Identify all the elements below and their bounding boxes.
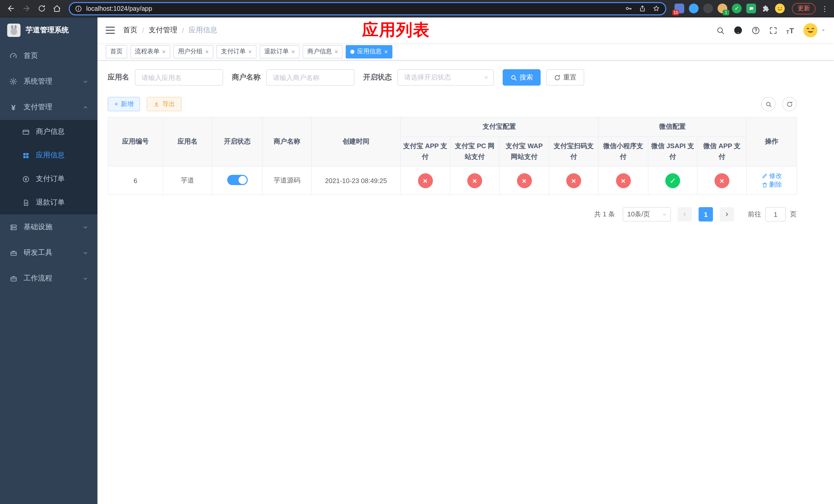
col-status: 开启状态 <box>212 117 262 167</box>
next-page-button[interactable] <box>720 207 734 222</box>
show-search-toggle-button[interactable] <box>761 97 775 111</box>
chevron-down-icon <box>83 250 88 256</box>
extension-check-icon[interactable]: ✓ <box>732 4 742 13</box>
sidebar-subitem-refund-order[interactable]: 退款订单 <box>0 191 97 214</box>
tags-view: 首页 流程表单× 用户分组× 支付订单× 退款订单× 商户信息× 应用信息× <box>97 43 834 61</box>
browser-update-button[interactable]: 更新 <box>792 3 815 14</box>
status-select[interactable]: 请选择开启状态 <box>397 69 494 86</box>
extension-avatar-icon[interactable]: 1 <box>718 4 727 13</box>
close-icon[interactable]: × <box>334 48 338 54</box>
browser-menu-icon[interactable]: ⋮ <box>820 4 830 13</box>
close-icon[interactable]: × <box>384 48 388 54</box>
cell-app-id: 6 <box>108 167 163 195</box>
browser-profile-avatar[interactable] <box>775 4 785 13</box>
group-wechat-config: 微信配置 <box>598 117 747 137</box>
bookmark-star-icon[interactable] <box>653 5 660 12</box>
refund-doc-icon <box>22 199 30 206</box>
user-avatar[interactable] <box>803 23 818 38</box>
breadcrumb: 首页 / 支付管理 / 应用信息 <box>123 26 218 35</box>
help-icon[interactable] <box>751 26 760 35</box>
back-icon[interactable] <box>4 2 18 15</box>
sidebar-subitem-pay-order[interactable]: 支付订单 <box>0 167 97 191</box>
chevron-down-icon <box>662 212 667 217</box>
app-name-input[interactable] <box>135 69 223 86</box>
search-button[interactable]: 搜索 <box>503 69 541 86</box>
active-dot <box>350 49 354 53</box>
cell-create-time: 2021-10-23 08:49:25 <box>312 167 400 195</box>
puzzle-extensions-icon[interactable] <box>761 4 770 13</box>
cell-app-name: 芋道 <box>163 167 212 195</box>
close-icon[interactable]: × <box>162 48 166 54</box>
close-icon[interactable]: × <box>248 48 252 54</box>
search-icon[interactable] <box>716 26 724 35</box>
goto-page-input[interactable] <box>765 207 786 222</box>
tab-user-group[interactable]: 用户分组× <box>173 45 213 58</box>
payment-submenu: 商户信息 应用信息 支付订单 <box>0 120 97 214</box>
breadcrumb-payment[interactable]: 支付管理 <box>149 26 177 35</box>
refresh-table-button[interactable] <box>782 97 796 111</box>
col-wechat-app: 微信 APP 支付 <box>697 137 747 167</box>
github-icon[interactable] <box>733 26 743 35</box>
app-table: 应用编号 应用名 开启状态 商户名称 创建时间 支付宝配置 微信配置 操作 支付… <box>108 117 797 195</box>
wechat-jsapi-status-icon: ✓ <box>665 173 680 188</box>
site-info-icon[interactable] <box>75 5 82 12</box>
fullscreen-icon[interactable] <box>769 26 777 35</box>
sidebar-subitem-merchant-info[interactable]: 商户信息 <box>0 120 97 143</box>
close-icon[interactable]: × <box>205 48 209 54</box>
breadcrumb-home[interactable]: 首页 <box>123 26 137 35</box>
sidebar-item-dev-tools[interactable]: 研发工具 <box>0 240 97 266</box>
password-key-icon[interactable] <box>625 5 632 12</box>
sidebar-item-workflow[interactable]: 工作流程 <box>0 266 97 291</box>
wechat-app-status-icon: × <box>715 173 729 188</box>
tab-pay-order[interactable]: 支付订单× <box>216 45 257 58</box>
chevron-down-icon <box>483 74 489 81</box>
extension-chat-icon[interactable] <box>746 4 756 13</box>
page-size-select[interactable]: 10条/页 <box>623 207 671 222</box>
sidebar-item-payment[interactable]: ¥ 支付管理 <box>0 94 97 120</box>
sidebar-subitem-app-info[interactable]: 应用信息 <box>0 143 97 167</box>
share-icon[interactable] <box>639 5 646 12</box>
toolbox-icon <box>9 249 18 257</box>
prev-page-button[interactable] <box>678 207 692 222</box>
export-button[interactable]: 导出 <box>147 97 182 111</box>
forward-icon[interactable] <box>20 2 33 15</box>
tab-home[interactable]: 首页 <box>106 45 127 58</box>
browser-toolbar: localhost:1024/pay/app 10 1 <box>0 0 834 18</box>
tab-app-info[interactable]: 应用信息× <box>346 45 392 58</box>
user-menu[interactable] <box>803 23 826 38</box>
delete-link[interactable]: 删除 <box>762 181 782 189</box>
goto-unit: 页 <box>790 210 796 219</box>
page-number-1[interactable]: 1 <box>699 207 713 222</box>
tab-flow-form[interactable]: 流程表单× <box>130 45 170 58</box>
chevron-up-icon <box>83 104 88 110</box>
add-button[interactable]: + 新增 <box>108 97 140 111</box>
address-bar[interactable]: localhost:1024/pay/app <box>69 2 666 15</box>
refresh-icon[interactable] <box>35 2 48 15</box>
merchant-name-input[interactable] <box>266 69 354 86</box>
server-icon <box>9 223 18 231</box>
grid-icon <box>22 152 30 159</box>
reset-button[interactable]: 重置 <box>546 69 584 86</box>
extension-dark-icon[interactable] <box>703 4 713 13</box>
tab-refund-order[interactable]: 退款订单× <box>260 45 300 58</box>
home-icon[interactable] <box>50 2 64 15</box>
app-name-label: 应用名 <box>108 73 129 82</box>
sidebar-item-infrastructure[interactable]: 基础设施 <box>0 214 97 240</box>
close-icon[interactable]: × <box>291 48 295 54</box>
sidebar-toggle-icon[interactable] <box>106 27 115 34</box>
alipay-app-status-icon: × <box>418 173 433 188</box>
breadcrumb-current: 应用信息 <box>189 26 218 35</box>
total-count: 共 1 条 <box>594 210 615 219</box>
col-merchant: 商户名称 <box>262 117 312 167</box>
status-toggle[interactable] <box>227 175 247 185</box>
font-size-icon[interactable]: TT <box>786 26 794 35</box>
extension-blue-icon[interactable] <box>689 4 699 13</box>
tab-merchant-info[interactable]: 商户信息× <box>303 45 343 58</box>
sidebar-item-system[interactable]: 系统管理 <box>0 69 97 94</box>
sidebar-item-home[interactable]: 首页 <box>0 43 97 69</box>
extension-badged-icon[interactable]: 10 <box>675 4 684 13</box>
edit-link[interactable]: 修改 <box>762 172 782 181</box>
yen-icon: ¥ <box>9 103 18 112</box>
wechat-mini-status-icon: × <box>616 173 631 188</box>
briefcase-icon <box>9 275 18 282</box>
